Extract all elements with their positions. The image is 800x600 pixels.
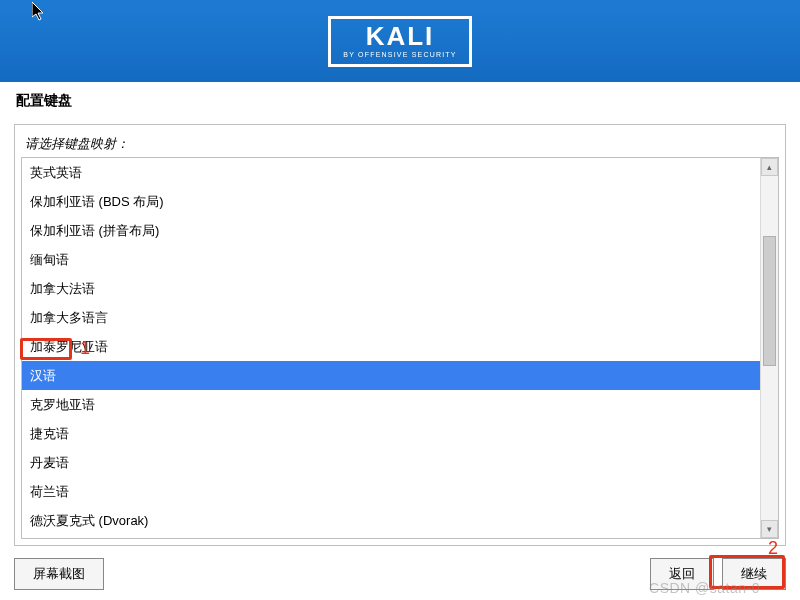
continue-button[interactable]: 继续 (722, 558, 786, 590)
screenshot-button[interactable]: 屏幕截图 (14, 558, 104, 590)
scroll-thumb[interactable] (763, 236, 776, 366)
keyboard-list-container: 英式英语保加利亚语 (BDS 布局)保加利亚语 (拼音布局)缅甸语加拿大法语加拿… (21, 157, 779, 539)
footer: 屏幕截图 返回 继续 (0, 548, 800, 600)
scroll-up-icon[interactable]: ▴ (761, 158, 778, 176)
prompt-label: 请选择键盘映射： (15, 125, 785, 161)
logo-subtitle: BY OFFENSIVE SECURITY (343, 51, 456, 58)
header: KALI BY OFFENSIVE SECURITY (0, 0, 800, 82)
list-item[interactable]: 缅甸语 (22, 245, 760, 274)
list-item[interactable]: 汉语 (22, 361, 760, 390)
list-item[interactable]: 不丹语 (22, 535, 760, 538)
list-item[interactable]: 加拿大法语 (22, 274, 760, 303)
list-item[interactable]: 保加利亚语 (拼音布局) (22, 216, 760, 245)
list-item[interactable]: 荷兰语 (22, 477, 760, 506)
scrollbar[interactable]: ▴ ▾ (760, 158, 778, 538)
kali-logo: KALI BY OFFENSIVE SECURITY (328, 16, 471, 67)
keyboard-panel: 请选择键盘映射： 英式英语保加利亚语 (BDS 布局)保加利亚语 (拼音布局)缅… (14, 124, 786, 546)
keyboard-list[interactable]: 英式英语保加利亚语 (BDS 布局)保加利亚语 (拼音布局)缅甸语加拿大法语加拿… (22, 158, 760, 538)
list-item[interactable]: 德沃夏克式 (Dvorak) (22, 506, 760, 535)
list-item[interactable]: 加泰罗尼亚语 (22, 332, 760, 361)
list-item[interactable]: 英式英语 (22, 158, 760, 187)
page-title: 配置键盘 (0, 82, 800, 118)
list-item[interactable]: 克罗地亚语 (22, 390, 760, 419)
list-item[interactable]: 捷克语 (22, 419, 760, 448)
logo-text: KALI (343, 23, 456, 49)
back-button[interactable]: 返回 (650, 558, 714, 590)
scroll-track[interactable] (761, 176, 778, 520)
list-item[interactable]: 保加利亚语 (BDS 布局) (22, 187, 760, 216)
scroll-down-icon[interactable]: ▾ (761, 520, 778, 538)
list-item[interactable]: 加拿大多语言 (22, 303, 760, 332)
list-item[interactable]: 丹麦语 (22, 448, 760, 477)
